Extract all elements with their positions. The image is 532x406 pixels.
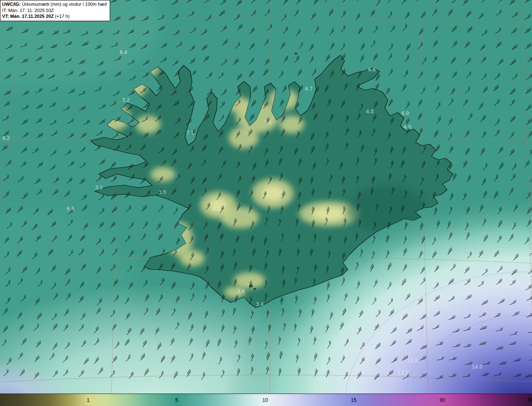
colorbar-tick: 1 [87,397,90,403]
colorbar-tick: 50 [528,397,532,403]
precip-value-label: 6.6 [368,67,376,73]
precip-value-label: 13.1 [398,370,409,376]
precip-value-label: 12.0 [407,357,418,363]
precip-value-label: 6.7 [305,86,313,92]
valid-time: VT: Mán. 17.11.2025 20Z [2,14,54,19]
valid-time-line: VT: Mán. 17.11.2025 20Z (+17 h) [2,13,107,20]
precip-value-label: 6.6 [67,206,74,212]
precip-value-label: 14.0 [472,364,483,370]
precip-value-label: 4.0 [404,124,411,130]
precip-value-label: 3.4 [256,301,264,307]
map-title-line: UWC/IG: Úrkomumætti (mm) og vindur í 100… [2,1,107,7]
colorbar-tick: 5 [175,397,178,403]
map-title: Úrkomumætti (mm) og vindur í 100m hæð [22,2,107,7]
precip-value-label: 4.0 [366,109,374,115]
precip-value-label: 3.5 [159,189,166,195]
precip-value-label: 6.4 [120,49,127,55]
colorbar-tick: 30 [439,397,445,403]
precip-value-label: 6.2 [2,135,10,141]
forecast-map-page: 6.46.66.73.24.06.93.14.07.16.23.13.56.64… [0,0,532,406]
model-label: UWC/IG: [2,2,21,7]
map-canvas: 6.46.66.73.24.06.93.14.07.16.23.13.56.64… [0,0,532,394]
valid-time-offset: (+17 h) [55,14,69,19]
precip-value-label: 6.9 [401,110,409,116]
precip-value-label: 3.2 [122,97,130,103]
precip-value-label: 3.6 [237,289,245,294]
precip-value-label: 3.1 [95,185,103,191]
precip-value-label: 7.1 [186,130,194,136]
map-title-box: UWC/IG: Úrkomumætti (mm) og vindur í 100… [0,0,110,21]
colorbar-tick: 15 [351,397,356,403]
init-time: IT: Mán. 17. 11. 2025 03Z [2,8,54,13]
precip-value-label: 4.2 [212,206,220,212]
precip-value-label: 3.1 [264,120,272,125]
precip-value-label: 12.6 [349,346,360,352]
colorbar-legend: 1510153050 [0,394,532,406]
colorbar-tick: 10 [262,397,268,403]
init-time-line: IT: Mán. 17. 11. 2025 03Z [2,7,107,14]
